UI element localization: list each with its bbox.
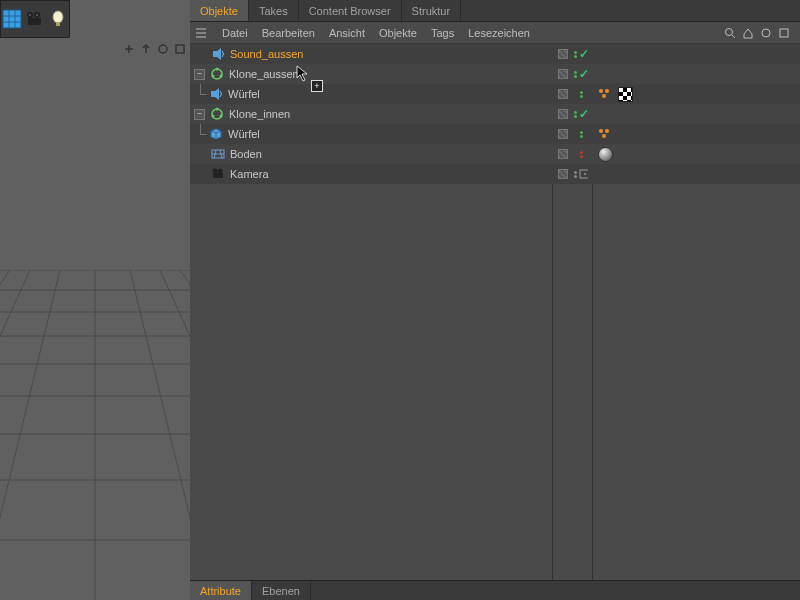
svg-point-46 (602, 94, 606, 98)
svg-point-42 (212, 75, 215, 78)
viewport[interactable] (0, 0, 190, 600)
panel-menubar: Datei Bearbeiten Ansicht Objekte Tags Le… (190, 22, 800, 44)
nav-icon-3[interactable] (156, 42, 169, 55)
render-dots[interactable] (574, 147, 588, 161)
effector-tag-icon[interactable] (596, 125, 614, 143)
cube-icon (208, 126, 224, 142)
cloner-icon (209, 106, 225, 122)
render-dots[interactable] (574, 167, 588, 181)
svg-point-8 (29, 14, 31, 16)
svg-marker-43 (211, 88, 219, 100)
tree-label: Boden (230, 148, 262, 160)
tree-label: Sound_aussen (230, 48, 303, 60)
render-dots[interactable]: ✓ (574, 107, 588, 121)
svg-point-50 (212, 115, 215, 118)
svg-point-58 (213, 169, 218, 174)
svg-marker-38 (213, 48, 221, 60)
menu-datei[interactable]: Datei (222, 27, 248, 39)
lock-icon[interactable] (760, 27, 772, 39)
menu-ansicht[interactable]: Ansicht (329, 27, 365, 39)
bottom-tabbar: Attribute Ebenen (190, 580, 800, 600)
visibility-toggle[interactable] (556, 67, 570, 81)
visibility-toggle[interactable] (556, 127, 570, 141)
tree-label: Klone_aussen (229, 68, 299, 80)
effector-tag-icon[interactable] (596, 85, 614, 103)
viewport-toolbar (0, 0, 70, 38)
render-dots[interactable] (574, 127, 588, 141)
visibility-toggle[interactable] (556, 107, 570, 121)
tab-content-browser[interactable]: Content Browser (299, 0, 402, 21)
svg-point-48 (216, 108, 219, 111)
svg-line-35 (732, 35, 735, 38)
svg-point-53 (602, 134, 606, 138)
tree-empty-area[interactable] (190, 184, 800, 580)
menu-bearbeiten[interactable]: Bearbeiten (262, 27, 315, 39)
light-icon[interactable] (46, 1, 69, 37)
material-tag-icon[interactable] (596, 145, 614, 163)
menu-tags[interactable]: Tags (431, 27, 454, 39)
tree-row-boden[interactable]: Boden (190, 144, 800, 164)
tree-label: Kamera (230, 168, 269, 180)
tree-label: Klone_innen (229, 108, 290, 120)
svg-rect-0 (3, 10, 21, 28)
tab-ebenen[interactable]: Ebenen (252, 581, 311, 600)
tab-struktur[interactable]: Struktur (402, 0, 462, 21)
maximize-icon[interactable] (778, 27, 790, 39)
tab-objekte[interactable]: Objekte (190, 0, 249, 21)
svg-point-59 (218, 169, 223, 174)
render-dots[interactable]: ✓ (574, 47, 588, 61)
svg-rect-60 (213, 173, 223, 178)
sound-effector-icon (208, 86, 224, 102)
tree-label: Würfel (228, 88, 260, 100)
menu-objekte[interactable]: Objekte (379, 27, 417, 39)
svg-point-12 (159, 45, 167, 53)
svg-point-9 (36, 14, 38, 16)
svg-point-49 (220, 115, 223, 118)
svg-point-51 (599, 129, 603, 133)
menu-lesezeichen[interactable]: Lesezeichen (468, 27, 530, 39)
tree-row-klone-innen[interactable]: − Klone_innen ✓ (190, 104, 800, 124)
svg-rect-37 (780, 29, 788, 37)
camera-icon[interactable] (24, 1, 47, 37)
viewport-nav-icons (122, 42, 186, 55)
object-manager-panel: Objekte Takes Content Browser Struktur D… (190, 0, 800, 580)
tree-row-kamera[interactable]: Kamera (190, 164, 800, 184)
tab-takes[interactable]: Takes (249, 0, 299, 21)
svg-point-41 (220, 75, 223, 78)
tab-attribute[interactable]: Attribute (190, 581, 252, 600)
camera-icon (210, 166, 226, 182)
svg-point-40 (216, 68, 219, 71)
sound-effector-icon (210, 46, 226, 62)
tree-label: Würfel (228, 128, 260, 140)
collapse-icon[interactable]: − (194, 69, 205, 80)
visibility-toggle[interactable] (556, 167, 570, 181)
collapse-icon[interactable]: − (194, 109, 205, 120)
nav-icon-2[interactable] (139, 42, 152, 55)
svg-point-34 (726, 28, 733, 35)
svg-rect-7 (28, 18, 41, 25)
visibility-toggle[interactable] (556, 147, 570, 161)
panel-tabbar: Objekte Takes Content Browser Struktur (190, 0, 800, 22)
home-icon[interactable] (742, 27, 754, 39)
svg-point-44 (599, 89, 603, 93)
nav-icon-4[interactable] (173, 42, 186, 55)
svg-point-36 (762, 29, 770, 37)
svg-point-62 (584, 173, 586, 175)
render-dots[interactable]: ✓ (574, 67, 588, 81)
texture-tag-icon[interactable] (616, 85, 634, 103)
tree-row-klone-aussen[interactable]: − Klone_aussen ✓ (190, 64, 800, 84)
search-icon[interactable] (724, 27, 736, 39)
svg-point-45 (605, 89, 609, 93)
tree-row-sound-aussen[interactable]: Sound_aussen ✓ (190, 44, 800, 64)
viewport-mode-icon[interactable] (1, 1, 24, 37)
svg-rect-11 (56, 22, 60, 26)
tree-row-wuerfel-1[interactable]: Würfel (190, 84, 800, 104)
svg-rect-13 (176, 45, 184, 53)
render-dots[interactable] (574, 87, 588, 101)
nav-icon-1[interactable] (122, 42, 135, 55)
visibility-toggle[interactable] (556, 87, 570, 101)
hamburger-icon[interactable] (194, 27, 208, 39)
svg-point-10 (53, 11, 63, 23)
visibility-toggle[interactable] (556, 47, 570, 61)
tree-row-wuerfel-2[interactable]: Würfel (190, 124, 800, 144)
